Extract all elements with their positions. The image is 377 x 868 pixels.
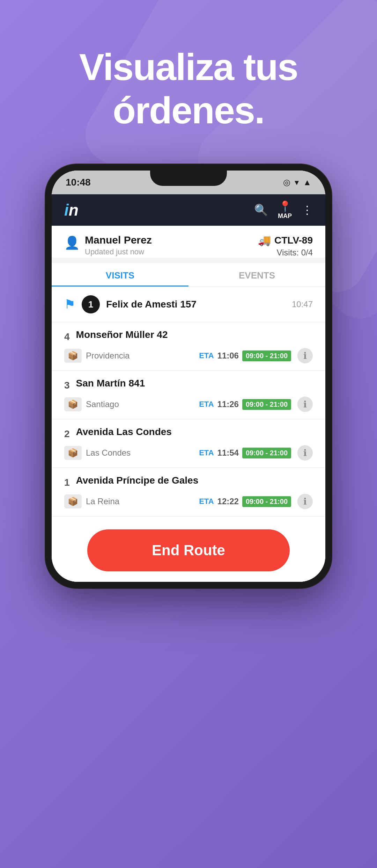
eta-label-4: ETA — [199, 351, 214, 360]
eta-window-3: 09:00 - 21:00 — [242, 399, 291, 410]
driver-avatar-icon: 👤 — [64, 236, 80, 250]
visits-count: Visits: 0/4 — [258, 248, 313, 258]
map-pin-icon: 📍 — [279, 200, 291, 212]
visit-address-4: Monseñor Müller 42 — [76, 329, 168, 340]
visit-item-4[interactable]: 4 Monseñor Müller 42 📦 Providencia ETA 1… — [52, 322, 325, 371]
info-btn-2[interactable]: ℹ — [297, 445, 313, 461]
vehicle-id: CTLV-89 — [274, 235, 313, 246]
package-icon-2: 📦 — [64, 446, 82, 460]
visit-details-3: 📦 Santiago ETA 11:26 09:00 - 21:00 ℹ — [64, 397, 313, 412]
driver-left: 👤 Manuel Perez Updated just now — [64, 234, 152, 256]
tabs: VISITS EVENTS — [52, 263, 325, 287]
visit-number-1: 1 — [64, 477, 70, 488]
visit-number-4: 4 — [64, 331, 70, 342]
location-name-2: Las Condes — [86, 448, 131, 458]
visit-location-3: 📦 Santiago — [64, 397, 119, 411]
location-name-4: Providencia — [86, 351, 130, 361]
vehicle-row: 🚚 CTLV-89 — [258, 234, 313, 246]
end-route-container: End Route — [52, 522, 325, 582]
app-header: in 🔍 📍 MAP ⋮ — [52, 194, 325, 226]
visit-address-1: Avenida Príncipe de Gales — [76, 475, 199, 486]
location-name-1: La Reina — [86, 497, 119, 506]
visit-address-2: Avenida Las Condes — [76, 426, 172, 437]
driver-updated: Updated just now — [85, 247, 152, 256]
visit-number-3: 3 — [64, 380, 70, 391]
phone-screen: 10:48 ◎ ▾ ▲ in 🔍 📍 MAP ⋮ — [52, 171, 325, 582]
visit-location-2: 📦 Las Condes — [64, 446, 131, 460]
visit-eta-4: ETA 11:06 09:00 - 21:00 ℹ — [199, 348, 313, 363]
eta-window-2: 09:00 - 21:00 — [242, 448, 291, 458]
driver-name: Manuel Perez — [85, 234, 152, 246]
eta-time-2: 11:54 — [217, 448, 239, 458]
package-icon-4: 📦 — [64, 349, 82, 363]
package-icon-1: 📦 — [64, 494, 82, 508]
visit-item-1[interactable]: 1 Avenida Príncipe de Gales 📦 La Reina E… — [52, 468, 325, 516]
location-name-3: Santiago — [86, 399, 119, 409]
signal-icon: ▲ — [303, 178, 311, 187]
map-button[interactable]: 📍 MAP — [278, 200, 292, 220]
truck-icon: 🚚 — [258, 234, 271, 246]
driver-details: Manuel Perez Updated just now — [85, 234, 152, 256]
tab-events[interactable]: EVENTS — [188, 263, 325, 287]
visit-details-2: 📦 Las Condes ETA 11:54 09:00 - 21:00 ℹ — [64, 445, 313, 461]
status-bar: 10:48 ◎ ▾ ▲ — [52, 171, 325, 194]
location-icon: ◎ — [283, 178, 290, 187]
flag-start-time: 10:47 — [292, 299, 313, 309]
eta-time-3: 11:26 — [217, 399, 239, 409]
visit-location-1: 📦 La Reina — [64, 494, 119, 508]
visit-eta-1: ETA 12:22 09:00 - 21:00 ℹ — [199, 494, 313, 509]
flag-start-badge: 1 — [82, 295, 100, 313]
hero-line2: órdenes. — [0, 89, 377, 132]
phone-frame: 10:48 ◎ ▾ ▲ in 🔍 📍 MAP ⋮ — [45, 164, 332, 588]
hero-line1: Visualiza tus — [0, 45, 377, 89]
search-icon[interactable]: 🔍 — [254, 203, 268, 217]
status-time: 10:48 — [66, 177, 91, 188]
eta-window-1: 09:00 - 21:00 — [242, 496, 291, 507]
visit-address-3: San Martín 841 — [76, 378, 145, 389]
end-route-button[interactable]: End Route — [87, 529, 290, 571]
info-btn-1[interactable]: ℹ — [297, 494, 313, 509]
visit-item-3[interactable]: 3 San Martín 841 📦 Santiago ETA 11:26 09… — [52, 371, 325, 419]
notch — [150, 171, 227, 186]
visit-number-2: 2 — [64, 428, 70, 440]
eta-label-2: ETA — [199, 448, 214, 457]
visit-eta-3: ETA 11:26 09:00 - 21:00 ℹ — [199, 397, 313, 412]
flag-item-start[interactable]: ⚑ 1 Felix de Amesti 157 10:47 — [52, 287, 325, 322]
eta-label-3: ETA — [199, 400, 214, 409]
visit-eta-2: ETA 11:54 09:00 - 21:00 ℹ — [199, 445, 313, 461]
status-icons: ◎ ▾ ▲ — [283, 178, 311, 187]
driver-info: 👤 Manuel Perez Updated just now 🚚 CTLV-8… — [52, 226, 325, 258]
header-actions: 🔍 📍 MAP ⋮ — [254, 200, 313, 220]
wifi-icon: ▾ — [295, 178, 299, 187]
more-options-icon[interactable]: ⋮ — [302, 203, 313, 217]
visit-details-1: 📦 La Reina ETA 12:22 09:00 - 21:00 ℹ — [64, 494, 313, 509]
eta-window-4: 09:00 - 21:00 — [242, 350, 291, 361]
flag-start-address: Felix de Amesti 157 — [106, 299, 286, 310]
visit-details-4: 📦 Providencia ETA 11:06 09:00 - 21:00 ℹ — [64, 348, 313, 363]
phone-mockup: 10:48 ◎ ▾ ▲ in 🔍 📍 MAP ⋮ — [45, 164, 332, 588]
flag-start-icon: ⚑ — [64, 297, 75, 312]
app-logo: in — [64, 201, 79, 219]
info-btn-3[interactable]: ℹ — [297, 397, 313, 412]
visit-item-2[interactable]: 2 Avenida Las Condes 📦 Las Condes ETA 11… — [52, 419, 325, 468]
visit-location-4: 📦 Providencia — [64, 349, 130, 363]
tab-visits[interactable]: VISITS — [52, 263, 188, 287]
eta-time-4: 11:06 — [217, 351, 239, 361]
eta-time-1: 12:22 — [217, 497, 239, 506]
package-icon-3: 📦 — [64, 397, 82, 411]
eta-label-1: ETA — [199, 497, 214, 506]
hero-heading: Visualiza tus órdenes. — [0, 45, 377, 132]
map-label: MAP — [278, 212, 292, 220]
info-btn-4[interactable]: ℹ — [297, 348, 313, 363]
vehicle-info: 🚚 CTLV-89 Visits: 0/4 — [258, 234, 313, 258]
